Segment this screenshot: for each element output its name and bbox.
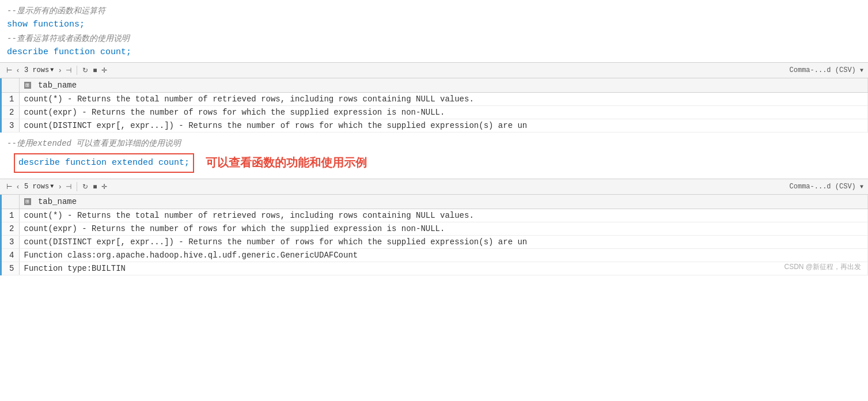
table-row: 2 count(expr) - Returns the number of ro… bbox=[2, 105, 868, 119]
rows-dropdown-arrow-2[interactable]: ▼ bbox=[50, 183, 54, 190]
tab-name-cell: count(DISTINCT expr[, expr...]) - Return… bbox=[19, 235, 868, 248]
tab-name-header-2: ⊞ tab_name bbox=[19, 195, 868, 209]
separator-2 bbox=[77, 182, 77, 191]
csv-arrow-2[interactable]: ▼ bbox=[860, 184, 863, 190]
annotation-text: 可以查看函数的功能和使用示例 bbox=[206, 155, 367, 171]
highlight-box: describe function extended count; bbox=[14, 153, 194, 173]
refresh-btn-1[interactable]: ↻ bbox=[81, 66, 90, 75]
last-page-btn-2[interactable]: ⊣ bbox=[64, 182, 73, 191]
result-table-2: ⊞ tab_name 1 count(*) - Returns the tota… bbox=[2, 195, 868, 275]
comment-describe: --查看运算符或者函数的使用说明 bbox=[7, 32, 861, 45]
column-icon-2: ⊞ bbox=[24, 198, 31, 205]
prev-page-btn-2[interactable]: ‹ bbox=[15, 182, 21, 191]
row-num-cell: 1 bbox=[2, 92, 19, 105]
toolbar-right-2: Comma-...d (CSV) ▼ bbox=[790, 183, 863, 191]
result-table-wrapper-2: ⊞ tab_name 1 count(*) - Returns the tota… bbox=[0, 195, 868, 275]
comment-show-functions: --显示所有的函数和运算符 bbox=[7, 5, 861, 17]
code-show-functions: show functions; bbox=[7, 17, 861, 32]
first-page-btn-1[interactable]: ⊢ bbox=[5, 66, 14, 75]
rows-selector-1: 3 rows ▼ bbox=[24, 66, 54, 74]
code-describe-function: describe function count; bbox=[7, 45, 861, 60]
first-page-btn-2[interactable]: ⊢ bbox=[5, 182, 14, 191]
tab-name-cell: count(*) - Returns the total number of r… bbox=[19, 92, 868, 105]
tab-name-header-1: ⊞ tab_name bbox=[19, 78, 868, 93]
table-row: 5 Function type:BUILTIN bbox=[2, 262, 868, 275]
rows-count-2: 5 rows bbox=[24, 183, 49, 191]
next-page-btn-2[interactable]: › bbox=[57, 182, 63, 191]
stop-btn-1[interactable]: ■ bbox=[91, 66, 98, 75]
export-btn-1[interactable]: ✛ bbox=[100, 66, 109, 75]
row-num-cell: 2 bbox=[2, 105, 19, 119]
column-label-2: tab_name bbox=[38, 197, 77, 206]
table-header-row-1: ⊞ tab_name bbox=[2, 78, 868, 93]
tab-name-cell: count(*) - Returns the total number of r… bbox=[19, 209, 868, 222]
csv-label-2: Comma-...d (CSV) bbox=[790, 183, 856, 191]
page-wrapper: --显示所有的函数和运算符 show functions; --查看运算符或者函… bbox=[0, 0, 868, 275]
toolbar-left-2: ⊢ ‹ 5 rows ▼ › ⊣ ↻ ■ ✛ bbox=[5, 182, 109, 191]
tab-name-cell: Function type:BUILTIN bbox=[19, 262, 868, 275]
table-row: 1 count(*) - Returns the total number of… bbox=[2, 209, 868, 222]
inline-code-area: describe function extended count; 可以查看函数… bbox=[7, 150, 861, 176]
table-row: 2 count(expr) - Returns the number of ro… bbox=[2, 222, 868, 235]
result-toolbar-1: ⊢ ‹ 3 rows ▼ › ⊣ ↻ ■ ✛ Comma-...d (CSV) … bbox=[0, 62, 868, 78]
row-num-header-1 bbox=[2, 78, 19, 93]
row-num-cell: 3 bbox=[2, 235, 19, 248]
tab-name-cell: count(expr) - Returns the number of rows… bbox=[19, 105, 868, 119]
result-toolbar-2: ⊢ ‹ 5 rows ▼ › ⊣ ↻ ■ ✛ Comma-...d (CSV) … bbox=[0, 179, 868, 195]
row-num-cell: 5 bbox=[2, 262, 19, 275]
extended-code-section: --使用extended 可以查看更加详细的使用说明 describe func… bbox=[0, 133, 868, 179]
table-row: 1 count(*) - Returns the total number of… bbox=[2, 92, 868, 105]
result-table-wrapper-1: ⊞ tab_name 1 count(*) - Returns the tota… bbox=[0, 78, 868, 133]
prev-page-btn-1[interactable]: ‹ bbox=[15, 66, 21, 75]
csv-label-1: Comma-...d (CSV) bbox=[790, 66, 856, 74]
export-btn-2[interactable]: ✛ bbox=[100, 182, 109, 191]
row-num-cell: 4 bbox=[2, 248, 19, 262]
rows-dropdown-arrow-1[interactable]: ▼ bbox=[50, 67, 54, 73]
toolbar-left-1: ⊢ ‹ 3 rows ▼ › ⊣ ↻ ■ ✛ bbox=[5, 66, 109, 75]
rows-count-1: 3 rows bbox=[24, 66, 49, 74]
result-table-1: ⊞ tab_name 1 count(*) - Returns the tota… bbox=[2, 78, 868, 133]
table-row: 3 count(DISTINCT expr[, expr...]) - Retu… bbox=[2, 235, 868, 248]
tab-name-cell: count(DISTINCT expr[, expr...]) - Return… bbox=[19, 119, 868, 132]
tab-name-cell: Function class:org.apache.hadoop.hive.ql… bbox=[19, 248, 868, 262]
table-row: 4 Function class:org.apache.hadoop.hive.… bbox=[2, 248, 868, 262]
row-num-cell: 1 bbox=[2, 209, 19, 222]
row-num-cell: 2 bbox=[2, 222, 19, 235]
row-num-header-2 bbox=[2, 195, 19, 209]
table-header-row-2: ⊞ tab_name bbox=[2, 195, 868, 209]
row-num-cell: 3 bbox=[2, 119, 19, 132]
column-icon-1: ⊞ bbox=[24, 82, 31, 89]
top-code-section: --显示所有的函数和运算符 show functions; --查看运算符或者函… bbox=[0, 0, 868, 62]
refresh-btn-2[interactable]: ↻ bbox=[81, 182, 90, 191]
next-page-btn-1[interactable]: › bbox=[57, 66, 63, 75]
watermark: CSDN @新征程，再出发 bbox=[784, 262, 861, 272]
comment-extended: --使用extended 可以查看更加详细的使用说明 bbox=[7, 137, 861, 150]
column-label-1: tab_name bbox=[38, 81, 77, 90]
table-row: 3 count(DISTINCT expr[, expr...]) - Retu… bbox=[2, 119, 868, 132]
code-describe-extended: describe function extended count; bbox=[18, 158, 189, 168]
stop-btn-2[interactable]: ■ bbox=[91, 182, 98, 191]
separator-1 bbox=[77, 66, 77, 75]
rows-selector-2: 5 rows ▼ bbox=[24, 183, 54, 191]
tab-name-cell: count(expr) - Returns the number of rows… bbox=[19, 222, 868, 235]
csv-arrow-1[interactable]: ▼ bbox=[860, 67, 863, 74]
last-page-btn-1[interactable]: ⊣ bbox=[64, 66, 73, 75]
toolbar-right-1: Comma-...d (CSV) ▼ bbox=[790, 66, 863, 74]
